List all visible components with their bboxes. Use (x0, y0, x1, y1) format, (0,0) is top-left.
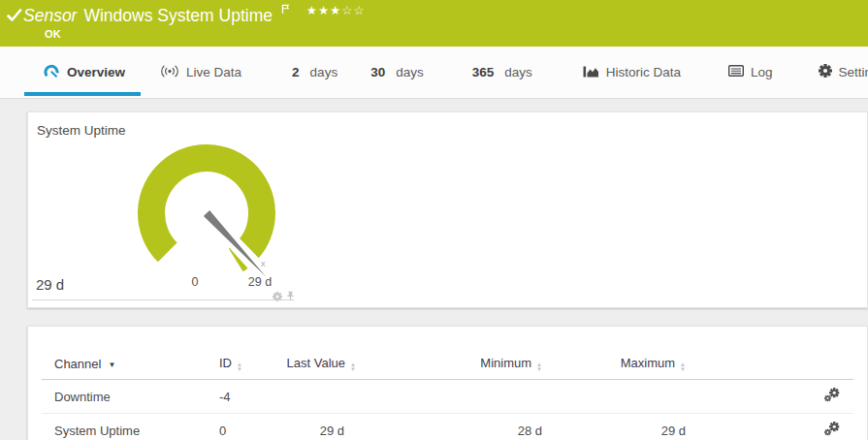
tab-bar: Overview Live Data 2days 30days 365days … (0, 47, 868, 99)
sort-toggle-icon: ▲▼ (680, 362, 686, 371)
cell-minimum: 28 d (370, 414, 556, 440)
sensor-status-badge: OK (45, 28, 61, 40)
gauge-widget-controls (273, 288, 295, 305)
cell-id: 0 (207, 414, 282, 440)
tab-log[interactable]: Log (728, 65, 773, 79)
gauge-scale-max: 29 d (233, 275, 287, 289)
area-chart-icon (583, 64, 599, 80)
gauge-icon (44, 64, 60, 81)
pin-icon[interactable] (286, 288, 295, 305)
column-header-minimum[interactable]: Minimum▲▼ (370, 356, 556, 380)
tab-overview[interactable]: Overview (44, 64, 125, 81)
tab-30-days[interactable]: 30days (370, 65, 424, 79)
cell-maximum (556, 380, 699, 414)
cell-maximum: 29 d (556, 414, 699, 440)
cell-last-value: 29 d (282, 414, 370, 440)
sort-desc-icon: ▼ (108, 361, 115, 369)
cell-channel[interactable]: System Uptime (42, 414, 207, 440)
sort-toggle-icon: ▲▼ (536, 362, 542, 371)
channel-settings-gears-icon[interactable] (699, 380, 853, 414)
tab-historic-data[interactable]: Historic Data (583, 64, 681, 80)
table-row-downtime: Downtime -4 (42, 380, 853, 414)
tab-live-data[interactable]: Live Data (160, 65, 241, 80)
sensor-title-line: SensorWindows System Uptime ★★★☆☆ (23, 6, 366, 26)
channel-settings-gears-icon[interactable] (699, 414, 853, 440)
gauge-max-marker: x (261, 259, 266, 268)
cell-channel[interactable]: Downtime (42, 380, 207, 414)
active-tab-underline (24, 92, 141, 96)
uptime-gauge (28, 122, 329, 289)
live-signal-icon (160, 65, 179, 80)
gauge-scale-min: 0 (176, 275, 214, 289)
channels-table: Channel▼ ID▲▼ Last Value▲▼ Minimum▲▼ Max… (42, 356, 853, 440)
column-header-id[interactable]: ID▲▼ (207, 356, 282, 380)
overview-gauge-panel: System Uptime x 29 d 0 29 d (27, 111, 868, 308)
tab-365-days[interactable]: 365days (472, 65, 532, 79)
status-ok-check-icon (7, 9, 22, 26)
cell-id: -4 (207, 380, 282, 414)
stars-empty-icon: ☆☆ (341, 4, 365, 17)
column-header-channel[interactable]: Channel▼ (42, 356, 207, 380)
gauge-ring (138, 144, 275, 271)
gauge-last-value: 29 d (36, 276, 64, 293)
page-title: Windows System Uptime (83, 6, 273, 25)
channels-table-panel: Channel▼ ID▲▼ Last Value▲▼ Minimum▲▼ Max… (27, 326, 868, 440)
priority-stars[interactable]: ★★★☆☆ (306, 4, 366, 17)
column-header-maximum[interactable]: Maximum▲▼ (556, 356, 699, 380)
gear-icon (819, 64, 832, 80)
sensor-header: SensorWindows System Uptime ★★★☆☆ OK (0, 0, 868, 47)
column-header-last-value[interactable]: Last Value▲▼ (282, 356, 370, 380)
table-header-row: Channel▼ ID▲▼ Last Value▲▼ Minimum▲▼ Max… (42, 356, 853, 380)
gauge-widget-divider (32, 299, 294, 300)
tab-2-days[interactable]: 2days (292, 65, 338, 79)
flag-icon[interactable] (281, 0, 290, 19)
table-row-system-uptime: System Uptime 0 29 d 28 d 29 d (42, 414, 853, 440)
tab-settings[interactable]: Settings (819, 64, 868, 80)
sort-toggle-icon: ▲▼ (350, 362, 356, 371)
widget-settings-gear-icon[interactable] (273, 288, 282, 305)
log-list-icon (728, 65, 744, 79)
stars-filled-icon: ★★★ (306, 4, 342, 17)
object-type-label: Sensor (23, 6, 77, 25)
prtg-sensor-page: SensorWindows System Uptime ★★★☆☆ OK Ove… (0, 0, 868, 440)
cell-last-value (282, 380, 370, 414)
sort-toggle-icon: ▲▼ (237, 362, 242, 371)
cell-minimum (370, 380, 556, 414)
